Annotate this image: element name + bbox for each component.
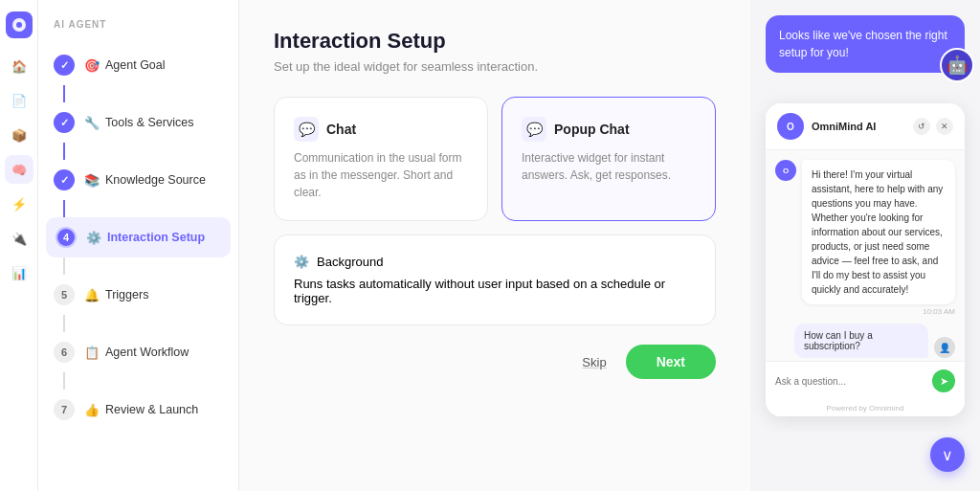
powered-by: Powered by Omnimind <box>766 400 965 416</box>
step-item-3[interactable]: ✓ 📚 Knowledge Source <box>38 160 238 200</box>
nav-plugin-icon[interactable]: 🔌 <box>5 224 33 253</box>
nav-chart-icon[interactable]: 📊 <box>5 258 33 287</box>
step-item-7[interactable]: 7 👍 Review & Launch <box>38 390 238 430</box>
chat-widget-preview: O OmniMind AI ↺ ✕ O Hi there! I'm your v… <box>766 103 965 416</box>
chat-send-button[interactable]: ➤ <box>932 369 955 392</box>
chat-card-title: Chat <box>326 122 356 137</box>
user-msg-bubble-1: How can I buy a subscription? <box>794 324 928 358</box>
step-icon-5: 🔔 <box>84 288 100 302</box>
brand-logo <box>6 11 33 38</box>
step-connector-2 <box>63 143 65 160</box>
step-label-7: Review & Launch <box>105 403 198 416</box>
step-item-4[interactable]: 4 ⚙️ Interaction Setup <box>46 217 231 257</box>
nav-bolt-icon[interactable]: ⚡ <box>5 190 33 218</box>
step-icon-3: 📚 <box>84 173 100 188</box>
user-message-1: How can I buy a subscription? 👤 <box>775 324 955 358</box>
chat-close-icon[interactable]: ✕ <box>936 118 953 135</box>
chat-card-icon: 💬 <box>294 117 319 142</box>
step-number-5: 5 <box>54 284 75 305</box>
bg-card-desc: Runs tasks automatically without user in… <box>294 277 696 305</box>
card-header-chat: 💬 Chat <box>294 117 468 142</box>
step-icon-7: 👍 <box>84 403 100 417</box>
card-header-bg: ⚙️ Background <box>294 255 696 269</box>
step-item-2[interactable]: ✓ 🔧 Tools & Services <box>38 102 238 143</box>
step-connector-1 <box>63 85 65 102</box>
popup-card-icon: 💬 <box>522 117 546 142</box>
chat-refresh-icon[interactable]: ↺ <box>913 118 930 135</box>
chosen-bubble: Looks like we've chosen the right setup … <box>766 15 965 73</box>
chat-header-left: O OmniMind AI <box>777 113 876 140</box>
chat-input-area: ➤ <box>766 361 965 400</box>
chat-input-field[interactable] <box>775 376 926 387</box>
bot-msg-avatar-1: O <box>775 160 796 181</box>
step-label-1: Agent Goal <box>105 58 166 72</box>
step-icon-4: ⚙️ <box>86 231 101 245</box>
nav-doc-icon[interactable]: 📄 <box>5 86 33 115</box>
step-connector-4 <box>63 257 65 275</box>
bot-avatar-bubble: 🤖 <box>940 48 974 82</box>
nav-brain-icon[interactable]: 🧠 <box>5 155 33 184</box>
chat-avatar: O <box>777 113 804 140</box>
main-content: Interaction Setup Set up the ideal widge… <box>239 0 750 491</box>
popup-card-title: Popup Chat <box>554 122 630 137</box>
step-connector-5 <box>63 315 65 332</box>
icon-sidebar: 🏠 📄 📦 🧠 ⚡ 🔌 📊 <box>0 0 38 491</box>
user-avatar-1: 👤 <box>934 337 955 358</box>
step-item-5[interactable]: 5 🔔 Triggers <box>38 275 238 315</box>
bottom-actions: Skip Next <box>274 345 716 379</box>
chosen-bubble-text: Looks like we've chosen the right setup … <box>779 29 947 59</box>
step-number-4: 4 <box>56 227 77 248</box>
option-card-background[interactable]: ⚙️ Background Runs tasks automatically w… <box>274 234 716 325</box>
step-icon-1: 🎯 <box>84 58 100 73</box>
chat-card-desc: Communication in the usual form as in th… <box>294 149 468 201</box>
step-icon-6: 📋 <box>84 346 100 360</box>
bot-msg-time-1: 10:03 AM <box>802 307 955 316</box>
option-card-chat[interactable]: 💬 Chat Communication in the usual form a… <box>274 97 488 221</box>
step-icon-2: 🔧 <box>84 116 100 130</box>
step-number-6: 6 <box>54 342 75 363</box>
options-grid: 💬 Chat Communication in the usual form a… <box>274 97 716 221</box>
nav-home-icon[interactable]: 🏠 <box>5 52 33 80</box>
popup-card-desc: Interactive widget for instant answers. … <box>522 149 696 184</box>
step-label-5: Triggers <box>105 288 148 301</box>
step-number-3: ✓ <box>54 169 75 190</box>
step-connector-3 <box>63 200 65 217</box>
skip-button[interactable]: Skip <box>582 355 606 369</box>
step-number-7: 7 <box>54 399 75 420</box>
step-label-2: Tools & Services <box>105 116 193 129</box>
step-connector-6 <box>63 372 65 390</box>
svg-point-1 <box>16 22 22 28</box>
bg-card-icon: ⚙️ <box>294 255 309 269</box>
bg-card-title: Background <box>317 255 383 269</box>
right-panel: Looks like we've chosen the right setup … <box>750 0 980 432</box>
step-label-6: Agent Workflow <box>105 346 189 359</box>
bot-msg-bubble-1: Hi there! I'm your virtual assistant, he… <box>802 160 955 304</box>
step-number-2: ✓ <box>54 112 75 133</box>
next-button[interactable]: Next <box>626 345 716 379</box>
chat-header-icons: ↺ ✕ <box>913 118 953 135</box>
nav-box-icon[interactable]: 📦 <box>5 121 33 149</box>
steps-sidebar: AI AGENT ✓ 🎯 Agent Goal ✓ 🔧 Tools & Serv… <box>38 0 239 491</box>
step-number-1: ✓ <box>54 55 75 76</box>
card-header-popup: 💬 Popup Chat <box>522 117 696 142</box>
step-item-1[interactable]: ✓ 🎯 Agent Goal <box>38 45 238 85</box>
page-title: Interaction Setup <box>274 29 716 54</box>
option-card-popup[interactable]: 💬 Popup Chat Interactive widget for inst… <box>501 97 716 221</box>
chat-messages: O Hi there! I'm your virtual assistant, … <box>766 150 965 361</box>
chat-header: O OmniMind AI ↺ ✕ <box>766 103 965 150</box>
bot-message-1: O Hi there! I'm your virtual assistant, … <box>775 160 955 316</box>
app-label: AI AGENT <box>38 19 238 45</box>
chat-header-name: OmniMind AI <box>812 121 876 132</box>
step-label-4: Interaction Setup <box>107 231 205 244</box>
page-subtitle: Set up the ideal widget for seamless int… <box>274 59 716 74</box>
step-item-6[interactable]: 6 📋 Agent Workflow <box>38 332 238 372</box>
right-panel-wrapper: Looks like we've chosen the right setup … <box>750 0 980 491</box>
step-label-3: Knowledge Source <box>105 173 206 187</box>
fab-button[interactable]: ∨ <box>930 437 965 472</box>
